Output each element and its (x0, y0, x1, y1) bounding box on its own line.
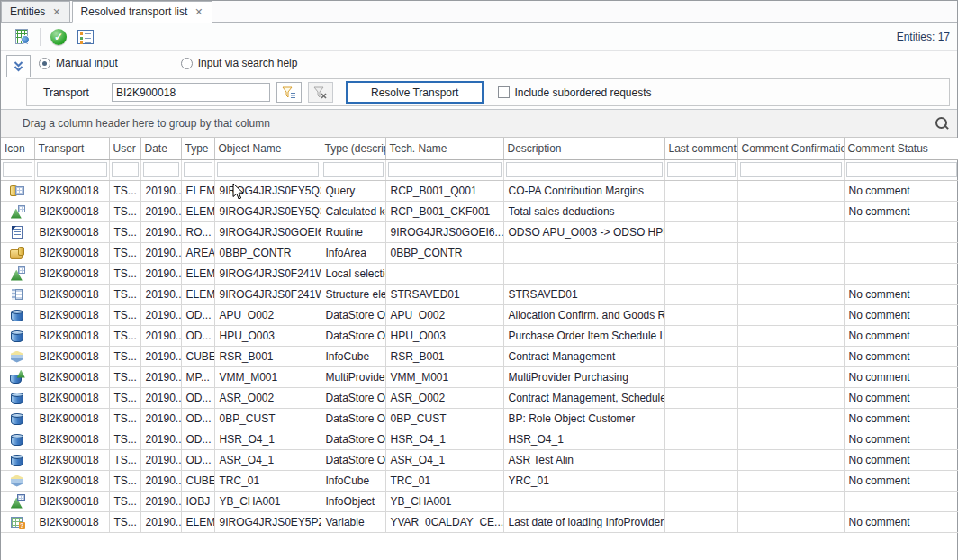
search-icon[interactable] (935, 117, 948, 130)
cell-tech-name[interactable]: VMM_M001 (385, 366, 503, 387)
cell-last-comment[interactable] (664, 180, 737, 201)
cell-transport[interactable]: BI2K900018 (34, 263, 109, 284)
cell-comment-status[interactable]: No comment (844, 470, 958, 491)
cell-last-comment[interactable] (664, 491, 737, 511)
cell-type-description[interactable]: DataStore Ob... (321, 387, 385, 408)
cell-type[interactable]: AREA (181, 242, 214, 263)
cell-date[interactable]: 20190... (140, 429, 181, 449)
cell-description[interactable] (503, 263, 664, 284)
cell-comment-status[interactable]: No comment (844, 511, 958, 532)
cell-tech-name[interactable]: ASR_O002 (385, 387, 503, 408)
cell-description[interactable]: Contract Management (503, 346, 664, 366)
cell-date[interactable]: 20190... (140, 304, 181, 325)
cell-comment-status[interactable] (844, 221, 958, 242)
column-header-description[interactable]: Description (503, 138, 664, 159)
cell-comment-confirmation[interactable] (737, 491, 844, 511)
cell-transport[interactable]: BI2K900018 (34, 304, 109, 325)
filter-editor[interactable] (740, 162, 842, 177)
cell-object-name[interactable]: VMM_M001 (214, 366, 321, 387)
filter-cell-user[interactable] (109, 159, 140, 180)
cell-user[interactable]: TS... (109, 366, 140, 387)
cell-tech-name[interactable]: 0BP_CUST (385, 408, 503, 429)
cell-comment-confirmation[interactable] (737, 366, 844, 387)
cell-comment-confirmation[interactable] (737, 325, 844, 346)
cell-transport[interactable]: BI2K900018 (34, 180, 109, 201)
cell-tech-name[interactable]: HSR_O4_1 (385, 429, 503, 449)
cell-user[interactable]: TS... (109, 284, 140, 304)
cell-date[interactable]: 20190... (140, 221, 181, 242)
transport-input[interactable] (112, 83, 270, 102)
filter-editor[interactable] (37, 162, 107, 177)
column-header-object-name[interactable]: Object Name (214, 138, 321, 159)
cell-type-description[interactable]: InfoObject (321, 491, 385, 511)
cell-transport[interactable]: BI2K900018 (34, 470, 109, 491)
filter-cell-object-name[interactable] (214, 159, 321, 180)
close-icon[interactable]: ✕ (194, 7, 203, 17)
cell-date[interactable]: 20190... (140, 491, 181, 511)
cell-description[interactable] (503, 491, 664, 511)
cell-description[interactable]: ODSO APU_O003 -> ODSO HPU... (503, 221, 664, 242)
column-header-icon[interactable]: Icon (1, 138, 34, 159)
cell-description[interactable]: ASR Test Alin (503, 449, 664, 470)
cell-type[interactable]: ELEM (181, 180, 214, 201)
cell-object-name[interactable]: 9IROG4JRJS0F241W... (214, 284, 321, 304)
table-row[interactable]: BI2K900018 TS... 20190... OD... ASR_O4_1… (1, 449, 958, 470)
cell-comment-status[interactable]: No comment (844, 449, 958, 470)
cell-comment-status[interactable]: No comment (844, 304, 958, 325)
cell-object-name[interactable]: RSR_B001 (214, 346, 321, 366)
filter-editor[interactable] (184, 162, 212, 177)
cell-last-comment[interactable] (664, 304, 737, 325)
cell-description[interactable] (503, 242, 664, 263)
table-row[interactable]: BI2K900018 TS... 20190... IOBJ YB_CHA001… (1, 491, 958, 511)
filter-cell-type-description[interactable] (321, 159, 385, 180)
cell-object-name[interactable]: HSR_O4_1 (214, 429, 321, 449)
cell-comment-confirmation[interactable] (737, 387, 844, 408)
table-row[interactable]: BI2K900018 TS... 20190... AREA 0BBP_CONT… (1, 242, 958, 263)
cell-date[interactable]: 20190... (140, 346, 181, 366)
cell-user[interactable]: TS... (109, 221, 140, 242)
cell-last-comment[interactable] (664, 284, 737, 304)
cell-comment-status[interactable]: No comment (844, 201, 958, 221)
cell-comment-confirmation[interactable] (737, 470, 844, 491)
table-row[interactable]: BI2K900018 TS... 20190... OD... APU_O002… (1, 304, 958, 325)
cell-user[interactable]: TS... (109, 201, 140, 221)
cell-comment-confirmation[interactable] (737, 263, 844, 284)
column-header-comment-status[interactable]: Comment Status (844, 138, 958, 159)
cell-date[interactable]: 20190... (140, 366, 181, 387)
cell-description[interactable]: MultiProvider Purchasing (503, 366, 664, 387)
cell-description[interactable]: Allocation Confirm. and Goods Re... (503, 304, 664, 325)
cell-last-comment[interactable] (664, 429, 737, 449)
cell-tech-name[interactable]: APU_O002 (385, 304, 503, 325)
cell-description[interactable]: BP: Role Object Customer (503, 408, 664, 429)
cell-tech-name[interactable] (385, 263, 503, 284)
cell-object-name[interactable]: 9IROG4JRJS0F241W... (214, 263, 321, 284)
cell-transport[interactable]: BI2K900018 (34, 387, 109, 408)
cell-date[interactable]: 20190... (140, 470, 181, 491)
tab-entities[interactable]: Entities ✕ (1, 1, 70, 22)
cell-transport[interactable]: BI2K900018 (34, 491, 109, 511)
cell-comment-status[interactable]: No comment (844, 325, 958, 346)
cell-comment-status[interactable] (844, 491, 958, 511)
cell-description[interactable]: STRSAVED01 (503, 284, 664, 304)
cell-type-description[interactable]: Query (321, 180, 385, 201)
table-row[interactable]: BI2K900018 TS... 20190... MP... VMM_M001… (1, 366, 958, 387)
filter-editor[interactable] (3, 162, 32, 177)
table-row[interactable]: BI2K900018 TS... 20190... ELEM 9IROG4JRJ… (1, 201, 958, 221)
filter-button[interactable] (276, 82, 302, 103)
cell-date[interactable]: 20190... (140, 325, 181, 346)
cell-last-comment[interactable] (664, 325, 737, 346)
filter-editor[interactable] (388, 162, 502, 177)
table-row[interactable]: BI2K900018 TS... 20190... OD... HPU_O003… (1, 325, 958, 346)
cell-last-comment[interactable] (664, 263, 737, 284)
cell-date[interactable]: 20190... (140, 408, 181, 429)
cell-last-comment[interactable] (664, 221, 737, 242)
cell-transport[interactable]: BI2K900018 (34, 511, 109, 532)
cell-user[interactable]: TS... (109, 180, 140, 201)
cell-transport[interactable]: BI2K900018 (34, 284, 109, 304)
cell-type-description[interactable]: Routine (321, 221, 385, 242)
cell-date[interactable]: 20190... (140, 387, 181, 408)
cell-last-comment[interactable] (664, 242, 737, 263)
cell-object-name[interactable]: 9IROG4JRJS0EY5Q3... (214, 180, 321, 201)
cell-description[interactable]: CO-PA Contribution Margins (503, 180, 664, 201)
cell-type-description[interactable]: DataStore Ob... (321, 304, 385, 325)
